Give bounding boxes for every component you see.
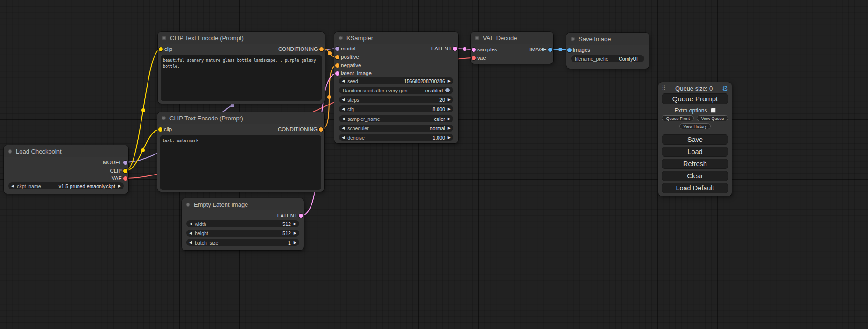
widget-steps[interactable]: ◀ steps 20 ▶ xyxy=(339,96,453,103)
output-port-vae[interactable] xyxy=(123,176,127,181)
node-load-checkpoint[interactable]: Load Checkpoint MODEL CLIP VAE ◀ ckpt_na… xyxy=(4,145,128,194)
input-port-clip[interactable] xyxy=(159,47,163,51)
decrement-icon[interactable]: ◀ xyxy=(342,134,345,141)
decrement-icon[interactable]: ◀ xyxy=(342,115,345,122)
input-port-latent-image[interactable] xyxy=(335,71,339,76)
widget-value: 512 xyxy=(212,221,291,227)
increment-icon[interactable]: ▶ xyxy=(294,230,296,237)
node-title-bar[interactable]: Load Checkpoint xyxy=(4,145,128,157)
increment-icon[interactable]: ▶ xyxy=(448,77,451,84)
input-port-negative[interactable] xyxy=(335,63,339,68)
decrement-icon[interactable]: ◀ xyxy=(189,230,192,237)
node-title-bar[interactable]: Save Image xyxy=(566,33,649,45)
node-title-bar[interactable]: CLIP Text Encode (Prompt) xyxy=(157,112,324,124)
increment-icon[interactable]: ▶ xyxy=(294,239,296,246)
decrement-icon[interactable]: ◀ xyxy=(342,125,345,132)
collapse-dot-icon[interactable] xyxy=(475,36,479,40)
widget-cfg[interactable]: ◀ cfg 8.000 ▶ xyxy=(339,105,453,112)
increment-icon[interactable]: ▶ xyxy=(448,134,451,141)
widget-seed[interactable]: ◀ seed 156680208700286 ▶ xyxy=(339,77,453,84)
save-button[interactable]: Save xyxy=(662,134,728,145)
decrement-icon[interactable]: ◀ xyxy=(342,105,345,112)
node-title: CLIP Text Encode (Prompt) xyxy=(170,35,244,42)
node-clip-text-encode-negative[interactable]: CLIP Text Encode (Prompt) clip CONDITION… xyxy=(157,112,324,192)
node-title-bar[interactable]: KSampler xyxy=(334,32,458,44)
view-history-button[interactable]: View History xyxy=(679,123,711,129)
load-default-button[interactable]: Load Default xyxy=(662,183,728,193)
widget-label: steps xyxy=(347,97,359,103)
output-port-conditioning[interactable] xyxy=(319,127,323,132)
collapse-dot-icon[interactable] xyxy=(339,36,343,40)
widget-height[interactable]: ◀ height 512 ▶ xyxy=(186,230,299,237)
positive-prompt-textarea[interactable]: beautiful scenery nature glass bottle la… xyxy=(161,55,322,101)
queue-prompt-button[interactable]: Queue Prompt xyxy=(662,93,728,104)
collapse-dot-icon[interactable] xyxy=(186,203,190,207)
output-slot-clip: CLIP xyxy=(110,168,122,174)
decrement-icon[interactable]: ◀ xyxy=(342,96,345,103)
input-port-model[interactable] xyxy=(335,47,339,51)
collapse-dot-icon[interactable] xyxy=(162,116,166,120)
collapse-dot-icon[interactable] xyxy=(571,37,575,41)
collapse-dot-icon[interactable] xyxy=(8,149,12,154)
widget-sampler-name[interactable]: ◀ sampler_name euler ▶ xyxy=(339,115,453,122)
input-slot-vae: vae xyxy=(477,55,486,61)
increment-icon[interactable]: ▶ xyxy=(448,125,451,132)
widget-ckpt-name[interactable]: ◀ ckpt_name v1-5-pruned-emaonly.ckpt ▶ xyxy=(8,182,124,189)
input-port-clip[interactable] xyxy=(158,127,162,132)
increment-icon[interactable]: ▶ xyxy=(294,220,296,227)
widget-label: sampler_name xyxy=(347,116,380,122)
widget-scheduler[interactable]: ◀ scheduler normal ▶ xyxy=(339,125,453,132)
increment-icon[interactable]: ▶ xyxy=(448,105,451,112)
node-title-bar[interactable]: Empty Latent Image xyxy=(182,198,304,210)
widget-random-seed-toggle[interactable]: Random seed after every gen enabled xyxy=(339,87,453,94)
view-queue-button[interactable]: View Queue xyxy=(697,115,728,121)
extra-options-checkbox[interactable] xyxy=(711,108,716,113)
negative-prompt-textarea[interactable]: text, watermark xyxy=(160,135,321,190)
input-slot-negative: negative xyxy=(341,62,361,69)
widget-filename-prefix[interactable]: filename_prefix ComfyUI xyxy=(571,55,644,62)
output-port-clip[interactable] xyxy=(123,169,127,173)
increment-icon[interactable]: ▶ xyxy=(118,182,121,189)
node-title-bar[interactable]: VAE Decode xyxy=(471,32,553,44)
output-port-latent[interactable] xyxy=(453,47,457,51)
refresh-button[interactable]: Refresh xyxy=(662,159,728,169)
collapse-dot-icon[interactable] xyxy=(162,36,166,40)
widget-width[interactable]: ◀ width 512 ▶ xyxy=(186,220,299,227)
widget-value: euler xyxy=(386,116,445,122)
widget-denoise[interactable]: ◀ denoise 1.000 ▶ xyxy=(339,134,453,141)
history-row: View History xyxy=(662,123,728,129)
decrement-icon[interactable]: ◀ xyxy=(11,182,14,189)
settings-gear-icon[interactable]: ⚙ xyxy=(722,85,728,92)
decrement-icon[interactable]: ◀ xyxy=(189,239,192,246)
node-graph-canvas[interactable]: Load Checkpoint MODEL CLIP VAE ◀ ckpt_na… xyxy=(0,0,868,329)
output-slot-conditioning: CONDITIONING xyxy=(278,46,318,52)
input-port-vae[interactable] xyxy=(472,56,476,60)
widget-label: cfg xyxy=(347,106,354,112)
decrement-icon[interactable]: ◀ xyxy=(189,220,192,227)
input-port-positive[interactable] xyxy=(335,55,339,59)
widget-batch-size[interactable]: ◀ batch_size 1 ▶ xyxy=(186,239,299,246)
node-ksampler[interactable]: KSampler model positive negative latent_… xyxy=(334,32,458,143)
output-port-conditioning[interactable] xyxy=(319,47,324,51)
input-port-samples[interactable] xyxy=(472,48,476,52)
node-empty-latent-image[interactable]: Empty Latent Image LATENT ◀ width 512 ▶ … xyxy=(182,198,304,250)
node-clip-text-encode-positive[interactable]: CLIP Text Encode (Prompt) clip CONDITION… xyxy=(158,32,325,104)
node-save-image[interactable]: Save Image images filename_prefix ComfyU… xyxy=(566,33,649,69)
input-port-images[interactable] xyxy=(567,48,572,52)
drag-handle-icon[interactable]: ⠿ xyxy=(662,85,666,91)
increment-icon[interactable]: ▶ xyxy=(448,96,451,103)
output-port-model[interactable] xyxy=(123,161,127,165)
output-port-image[interactable] xyxy=(548,48,552,52)
clear-button[interactable]: Clear xyxy=(662,171,728,181)
load-button[interactable]: Load xyxy=(662,147,728,157)
increment-icon[interactable]: ▶ xyxy=(448,115,451,122)
output-slot-model: MODEL xyxy=(103,159,122,166)
input-slot-clip: clip xyxy=(164,126,172,133)
node-title-bar[interactable]: CLIP Text Encode (Prompt) xyxy=(158,32,325,44)
widget-label: filename_prefix xyxy=(575,56,608,62)
toggle-knob[interactable] xyxy=(445,88,450,92)
decrement-icon[interactable]: ◀ xyxy=(342,77,345,84)
output-port-latent[interactable] xyxy=(299,214,303,218)
node-vae-decode[interactable]: VAE Decode samples vae IMAGE xyxy=(471,32,553,64)
queue-front-button[interactable]: Queue Front xyxy=(662,115,694,121)
